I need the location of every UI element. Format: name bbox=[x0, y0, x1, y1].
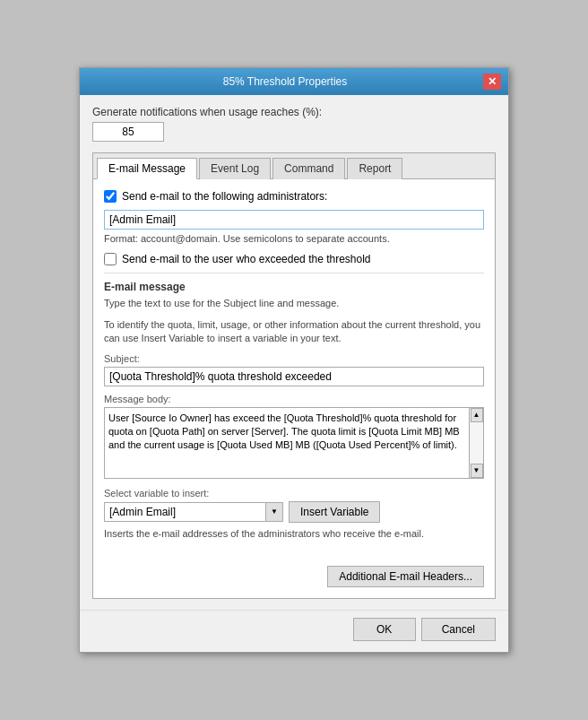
tabs-header: E-mail Message Event Log Command Report bbox=[93, 153, 495, 179]
email-message-section-label: E-mail message bbox=[104, 281, 484, 293]
ok-button[interactable]: OK bbox=[353, 618, 416, 641]
send-to-admin-checkbox[interactable] bbox=[104, 190, 117, 203]
email-tab-content: Send e-mail to the following administrat… bbox=[93, 179, 495, 597]
variable-select-wrapper: [Admin Email] ▼ bbox=[104, 502, 283, 522]
title-bar: 85% Threshold Properties ✕ bbox=[80, 68, 508, 95]
tab-eventlog[interactable]: Event Log bbox=[199, 158, 271, 179]
subject-label: Subject: bbox=[104, 353, 484, 364]
subject-input[interactable] bbox=[104, 367, 484, 386]
format-hint: Format: account@domain. Use semicolons t… bbox=[104, 233, 484, 244]
additional-headers-button[interactable]: Additional E-mail Headers... bbox=[327, 566, 484, 587]
message-body-wrapper: User [Source Io Owner] has exceed the [Q… bbox=[104, 407, 484, 479]
select-variable-label: Select variable to insert: bbox=[104, 488, 484, 499]
message-textarea[interactable]: User [Source Io Owner] has exceed the [Q… bbox=[105, 408, 469, 478]
variable-row: [Admin Email] ▼ Insert Variable bbox=[104, 501, 484, 523]
cancel-button[interactable]: Cancel bbox=[421, 618, 496, 641]
tab-email[interactable]: E-mail Message bbox=[97, 158, 197, 179]
scrollbar-track bbox=[471, 422, 483, 464]
threshold-section: Generate notifications when usage reache… bbox=[92, 106, 496, 142]
insert-variable-button[interactable]: Insert Variable bbox=[289, 501, 380, 523]
scroll-down-arrow[interactable]: ▼ bbox=[471, 464, 483, 478]
send-to-user-label: Send e-mail to the user who exceeded the… bbox=[122, 253, 371, 265]
divider bbox=[104, 273, 484, 273]
type-text-hint: Type the text to use for the Subject lin… bbox=[104, 297, 484, 310]
insert-variable-hint: To identify the quota, limit, usage, or … bbox=[104, 318, 484, 346]
tab-command[interactable]: Command bbox=[272, 158, 345, 179]
send-to-admin-label: Send e-mail to the following administrat… bbox=[122, 190, 327, 203]
message-label: Message body: bbox=[104, 394, 484, 404]
send-to-admin-row: Send e-mail to the following administrat… bbox=[104, 190, 484, 203]
send-to-user-checkbox[interactable] bbox=[104, 253, 117, 265]
threshold-input[interactable] bbox=[92, 122, 164, 142]
tab-report[interactable]: Report bbox=[347, 158, 402, 179]
additional-headers-row: Additional E-mail Headers... bbox=[104, 566, 484, 587]
window-title: 85% Threshold Properties bbox=[87, 75, 483, 88]
threshold-label: Generate notifications when usage reache… bbox=[92, 106, 496, 118]
main-window: 85% Threshold Properties ✕ Generate noti… bbox=[79, 67, 509, 652]
bottom-buttons: OK Cancel bbox=[80, 610, 508, 652]
window-body: Generate notifications when usage reache… bbox=[80, 95, 508, 609]
close-button[interactable]: ✕ bbox=[483, 74, 501, 90]
tabs-container: E-mail Message Event Log Command Report … bbox=[92, 152, 496, 598]
inserts-hint: Inserts the e-mail addresses of the admi… bbox=[104, 528, 484, 539]
scroll-up-arrow[interactable]: ▲ bbox=[471, 408, 483, 422]
variable-select[interactable]: [Admin Email] bbox=[104, 502, 283, 522]
scrollbar: ▲ ▼ bbox=[469, 408, 483, 478]
admin-email-input[interactable] bbox=[104, 210, 484, 230]
send-to-user-row: Send e-mail to the user who exceeded the… bbox=[104, 253, 484, 265]
